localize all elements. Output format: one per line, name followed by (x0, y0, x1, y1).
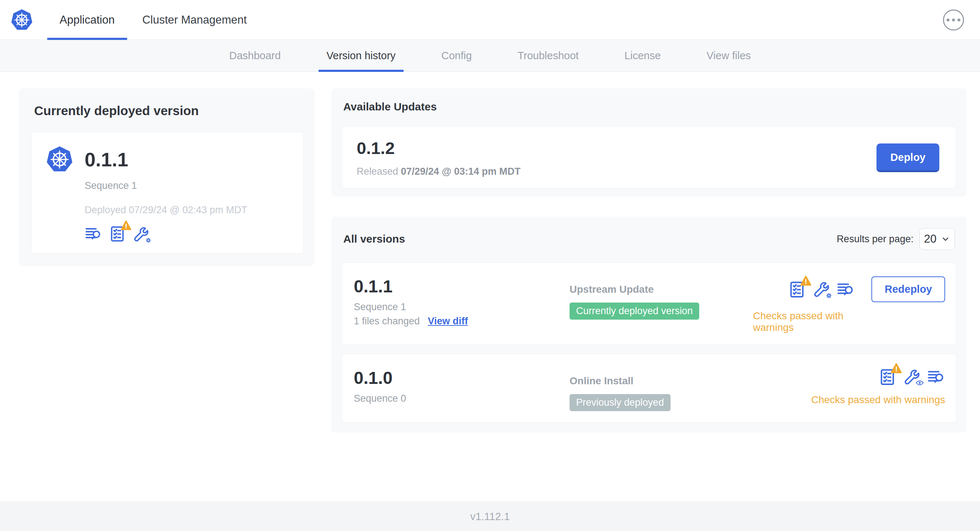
deploy-button[interactable]: Deploy (877, 143, 939, 172)
tab-application[interactable]: Application (46, 0, 129, 40)
app-footer: v1.112.1 (0, 501, 980, 531)
available-updates-title: Available Updates (343, 100, 956, 113)
warning-triangle-icon (800, 275, 811, 286)
all-versions-title: All versions (343, 233, 405, 245)
eye-icon (915, 378, 924, 387)
preflight-status-text: Checks passed with warnings (811, 394, 945, 406)
subnav-label: View files (706, 50, 751, 62)
results-per-page-value: 20 (924, 232, 936, 245)
diff-icon[interactable] (84, 225, 102, 243)
update-version-number: 0.1.2 (357, 138, 520, 158)
main-content: Currently deployed version 0.1.1 Sequenc… (0, 72, 980, 501)
currently-deployed-badge: Currently deployed version (570, 302, 699, 320)
top-navbar: Application Cluster Management (0, 0, 980, 40)
subnav-item-config[interactable]: Config (433, 40, 480, 72)
available-updates-panel: Available Updates 0.1.2 Released 07/29/2… (331, 88, 967, 197)
kubernetes-app-icon (45, 145, 74, 173)
view-diff-link[interactable]: View diff (428, 316, 468, 327)
header-spacer (261, 0, 943, 40)
app-logo (0, 0, 46, 40)
preflight-checks-warning-icon[interactable] (878, 368, 896, 386)
version-row-0-1-1: 0.1.1 Sequence 1 1 files changed View di… (342, 262, 956, 345)
version-row-0-1-0: 0.1.0 Sequence 0 Online Install Previous… (342, 354, 956, 422)
edit-config-icon[interactable] (132, 226, 149, 243)
redeploy-button[interactable]: Redeploy (872, 277, 945, 302)
row-source: Upstream Update (570, 284, 753, 295)
app-subnav: Dashboard Version history Config Trouble… (0, 40, 980, 72)
released-label: Released (357, 166, 398, 177)
subnav-label: Config (441, 50, 472, 62)
row-source: Online Install (570, 375, 753, 387)
subnav-item-view-files[interactable]: View files (698, 40, 759, 72)
preflight-status-text: Checks passed with warnings (753, 310, 874, 334)
released-timestamp: 07/29/24 @ 03:14 pm MDT (401, 166, 520, 177)
chevron-down-icon (941, 234, 950, 244)
row-version-number: 0.1.0 (354, 368, 570, 388)
available-update-row: 0.1.2 Released 07/29/24 @ 03:14 pm MDT D… (342, 126, 956, 189)
tab-cluster-management-label: Cluster Management (142, 13, 247, 27)
edit-config-icon[interactable] (813, 281, 830, 298)
console-version: v1.112.1 (470, 511, 510, 522)
deployed-timestamp: Deployed 07/29/24 @ 02:43 pm MDT (84, 205, 290, 216)
row-sequence: Sequence 0 (354, 393, 570, 404)
view-config-icon[interactable] (903, 368, 920, 386)
currently-deployed-panel: Currently deployed version 0.1.1 Sequenc… (19, 88, 315, 266)
ellipsis-dot (952, 19, 955, 21)
subnav-label: Version history (326, 50, 396, 62)
subnav-item-troubleshoot[interactable]: Troubleshoot (510, 40, 587, 72)
tab-cluster-management[interactable]: Cluster Management (129, 0, 261, 40)
tab-application-label: Application (60, 13, 115, 27)
row-files-changed: 1 files changed (354, 316, 420, 327)
subnav-label: Dashboard (229, 50, 281, 62)
subnav-item-version-history[interactable]: Version history (318, 40, 404, 72)
currently-deployed-title: Currently deployed version (34, 103, 304, 118)
ellipsis-dot (958, 19, 960, 21)
ellipsis-dot (947, 19, 950, 21)
left-column: Currently deployed version 0.1.1 Sequenc… (19, 88, 315, 266)
ellipsis-menu-button[interactable] (943, 10, 964, 30)
currently-deployed-card: 0.1.1 Sequence 1 Deployed 07/29/24 @ 02:… (31, 132, 304, 254)
gear-icon (825, 292, 833, 300)
subnav-item-license[interactable]: License (616, 40, 669, 72)
gear-icon (145, 237, 152, 244)
subnav-label: Troubleshoot (518, 50, 579, 62)
all-versions-panel: All versions Results per page: 20 0.1.1 … (331, 216, 967, 432)
subnav-item-dashboard[interactable]: Dashboard (221, 40, 289, 72)
right-column: Available Updates 0.1.2 Released 07/29/2… (331, 88, 967, 432)
previously-deployed-badge: Previously deployed (570, 394, 671, 411)
deployed-version-number: 0.1.1 (84, 148, 128, 171)
warning-triangle-icon (891, 363, 902, 374)
subnav-label: License (624, 50, 661, 62)
results-per-page-label: Results per page: (837, 234, 913, 245)
results-per-page-select[interactable]: 20 (920, 228, 955, 250)
kubernetes-logo-icon (10, 8, 33, 32)
row-version-number: 0.1.1 (354, 277, 570, 296)
preflight-checks-warning-icon[interactable] (108, 225, 126, 243)
row-sequence: Sequence 1 (354, 302, 570, 313)
warning-triangle-icon (121, 220, 132, 231)
diff-icon[interactable] (837, 280, 855, 299)
preflight-checks-warning-icon[interactable] (788, 280, 806, 299)
diff-icon[interactable] (927, 368, 945, 386)
update-released-line: Released 07/29/24 @ 03:14 pm MDT (357, 166, 520, 177)
deployed-sequence: Sequence 1 (84, 180, 290, 191)
